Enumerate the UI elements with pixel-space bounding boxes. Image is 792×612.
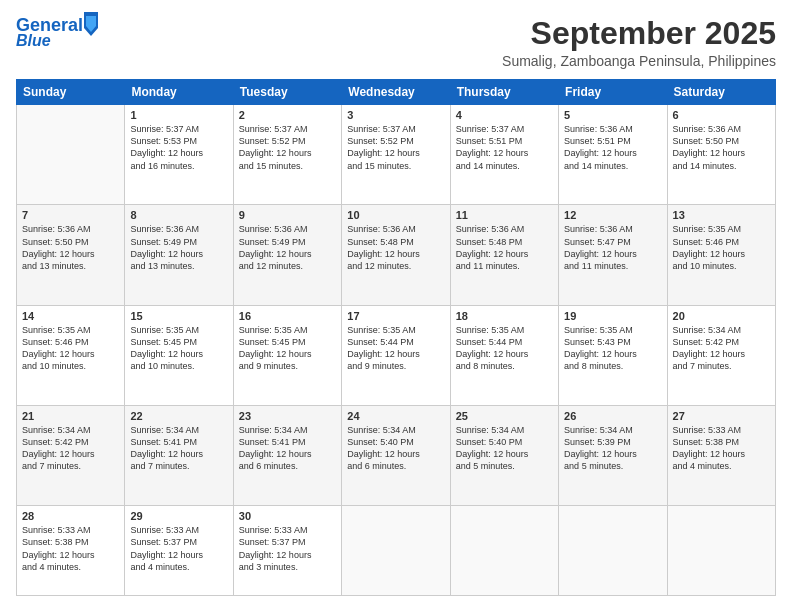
cell-content: Sunrise: 5:34 AM Sunset: 5:40 PM Dayligh…	[347, 424, 444, 473]
calendar-table: Sunday Monday Tuesday Wednesday Thursday…	[16, 79, 776, 596]
cell-content: Sunrise: 5:33 AM Sunset: 5:38 PM Dayligh…	[673, 424, 770, 473]
table-row	[342, 506, 450, 596]
table-row: 16Sunrise: 5:35 AM Sunset: 5:45 PM Dayli…	[233, 305, 341, 405]
day-number: 2	[239, 109, 336, 121]
table-row: 30Sunrise: 5:33 AM Sunset: 5:37 PM Dayli…	[233, 506, 341, 596]
logo-text-blue: Blue	[16, 32, 51, 50]
col-tuesday: Tuesday	[233, 80, 341, 105]
table-row: 20Sunrise: 5:34 AM Sunset: 5:42 PM Dayli…	[667, 305, 775, 405]
cell-content: Sunrise: 5:34 AM Sunset: 5:40 PM Dayligh…	[456, 424, 553, 473]
day-number: 28	[22, 510, 119, 522]
cell-content: Sunrise: 5:35 AM Sunset: 5:43 PM Dayligh…	[564, 324, 661, 373]
table-row: 18Sunrise: 5:35 AM Sunset: 5:44 PM Dayli…	[450, 305, 558, 405]
day-number: 1	[130, 109, 227, 121]
calendar-header-row: Sunday Monday Tuesday Wednesday Thursday…	[17, 80, 776, 105]
cell-content: Sunrise: 5:33 AM Sunset: 5:37 PM Dayligh…	[130, 524, 227, 573]
cell-content: Sunrise: 5:34 AM Sunset: 5:41 PM Dayligh…	[239, 424, 336, 473]
table-row: 17Sunrise: 5:35 AM Sunset: 5:44 PM Dayli…	[342, 305, 450, 405]
day-number: 29	[130, 510, 227, 522]
day-number: 8	[130, 209, 227, 221]
table-row: 19Sunrise: 5:35 AM Sunset: 5:43 PM Dayli…	[559, 305, 667, 405]
cell-content: Sunrise: 5:35 AM Sunset: 5:46 PM Dayligh…	[673, 223, 770, 272]
day-number: 7	[22, 209, 119, 221]
cell-content: Sunrise: 5:37 AM Sunset: 5:52 PM Dayligh…	[239, 123, 336, 172]
cell-content: Sunrise: 5:37 AM Sunset: 5:51 PM Dayligh…	[456, 123, 553, 172]
day-number: 10	[347, 209, 444, 221]
col-thursday: Thursday	[450, 80, 558, 105]
page: General Blue September 2025 Sumalig, Zam…	[0, 0, 792, 612]
day-number: 19	[564, 310, 661, 322]
cell-content: Sunrise: 5:35 AM Sunset: 5:44 PM Dayligh…	[456, 324, 553, 373]
table-row: 11Sunrise: 5:36 AM Sunset: 5:48 PM Dayli…	[450, 205, 558, 305]
table-row: 28Sunrise: 5:33 AM Sunset: 5:38 PM Dayli…	[17, 506, 125, 596]
day-number: 25	[456, 410, 553, 422]
cell-content: Sunrise: 5:34 AM Sunset: 5:39 PM Dayligh…	[564, 424, 661, 473]
table-row: 7Sunrise: 5:36 AM Sunset: 5:50 PM Daylig…	[17, 205, 125, 305]
logo-icon	[84, 12, 98, 36]
day-number: 14	[22, 310, 119, 322]
day-number: 17	[347, 310, 444, 322]
day-number: 18	[456, 310, 553, 322]
cell-content: Sunrise: 5:33 AM Sunset: 5:38 PM Dayligh…	[22, 524, 119, 573]
table-row: 25Sunrise: 5:34 AM Sunset: 5:40 PM Dayli…	[450, 405, 558, 505]
day-number: 26	[564, 410, 661, 422]
day-number: 3	[347, 109, 444, 121]
cell-content: Sunrise: 5:36 AM Sunset: 5:47 PM Dayligh…	[564, 223, 661, 272]
cell-content: Sunrise: 5:35 AM Sunset: 5:45 PM Dayligh…	[239, 324, 336, 373]
day-number: 12	[564, 209, 661, 221]
cell-content: Sunrise: 5:35 AM Sunset: 5:45 PM Dayligh…	[130, 324, 227, 373]
table-row: 12Sunrise: 5:36 AM Sunset: 5:47 PM Dayli…	[559, 205, 667, 305]
day-number: 30	[239, 510, 336, 522]
day-number: 9	[239, 209, 336, 221]
col-sunday: Sunday	[17, 80, 125, 105]
cell-content: Sunrise: 5:36 AM Sunset: 5:51 PM Dayligh…	[564, 123, 661, 172]
table-row: 26Sunrise: 5:34 AM Sunset: 5:39 PM Dayli…	[559, 405, 667, 505]
day-number: 20	[673, 310, 770, 322]
header: General Blue September 2025 Sumalig, Zam…	[16, 16, 776, 69]
table-row: 5Sunrise: 5:36 AM Sunset: 5:51 PM Daylig…	[559, 105, 667, 205]
table-row: 14Sunrise: 5:35 AM Sunset: 5:46 PM Dayli…	[17, 305, 125, 405]
table-row	[559, 506, 667, 596]
day-number: 5	[564, 109, 661, 121]
col-monday: Monday	[125, 80, 233, 105]
cell-content: Sunrise: 5:34 AM Sunset: 5:42 PM Dayligh…	[673, 324, 770, 373]
table-row: 29Sunrise: 5:33 AM Sunset: 5:37 PM Dayli…	[125, 506, 233, 596]
table-row: 8Sunrise: 5:36 AM Sunset: 5:49 PM Daylig…	[125, 205, 233, 305]
day-number: 15	[130, 310, 227, 322]
table-row: 9Sunrise: 5:36 AM Sunset: 5:49 PM Daylig…	[233, 205, 341, 305]
day-number: 6	[673, 109, 770, 121]
main-title: September 2025	[502, 16, 776, 51]
cell-content: Sunrise: 5:34 AM Sunset: 5:42 PM Dayligh…	[22, 424, 119, 473]
cell-content: Sunrise: 5:37 AM Sunset: 5:53 PM Dayligh…	[130, 123, 227, 172]
cell-content: Sunrise: 5:36 AM Sunset: 5:48 PM Dayligh…	[347, 223, 444, 272]
title-block: September 2025 Sumalig, Zamboanga Penins…	[502, 16, 776, 69]
day-number: 24	[347, 410, 444, 422]
cell-content: Sunrise: 5:35 AM Sunset: 5:44 PM Dayligh…	[347, 324, 444, 373]
table-row: 15Sunrise: 5:35 AM Sunset: 5:45 PM Dayli…	[125, 305, 233, 405]
subtitle: Sumalig, Zamboanga Peninsula, Philippine…	[502, 53, 776, 69]
table-row: 1Sunrise: 5:37 AM Sunset: 5:53 PM Daylig…	[125, 105, 233, 205]
table-row	[450, 506, 558, 596]
cell-content: Sunrise: 5:36 AM Sunset: 5:49 PM Dayligh…	[130, 223, 227, 272]
table-row: 3Sunrise: 5:37 AM Sunset: 5:52 PM Daylig…	[342, 105, 450, 205]
day-number: 4	[456, 109, 553, 121]
table-row	[667, 506, 775, 596]
table-row: 2Sunrise: 5:37 AM Sunset: 5:52 PM Daylig…	[233, 105, 341, 205]
day-number: 22	[130, 410, 227, 422]
day-number: 27	[673, 410, 770, 422]
cell-content: Sunrise: 5:36 AM Sunset: 5:48 PM Dayligh…	[456, 223, 553, 272]
cell-content: Sunrise: 5:37 AM Sunset: 5:52 PM Dayligh…	[347, 123, 444, 172]
cell-content: Sunrise: 5:35 AM Sunset: 5:46 PM Dayligh…	[22, 324, 119, 373]
day-number: 23	[239, 410, 336, 422]
table-row: 27Sunrise: 5:33 AM Sunset: 5:38 PM Dayli…	[667, 405, 775, 505]
table-row	[17, 105, 125, 205]
cell-content: Sunrise: 5:36 AM Sunset: 5:49 PM Dayligh…	[239, 223, 336, 272]
table-row: 4Sunrise: 5:37 AM Sunset: 5:51 PM Daylig…	[450, 105, 558, 205]
table-row: 10Sunrise: 5:36 AM Sunset: 5:48 PM Dayli…	[342, 205, 450, 305]
col-friday: Friday	[559, 80, 667, 105]
table-row: 21Sunrise: 5:34 AM Sunset: 5:42 PM Dayli…	[17, 405, 125, 505]
table-row: 6Sunrise: 5:36 AM Sunset: 5:50 PM Daylig…	[667, 105, 775, 205]
day-number: 16	[239, 310, 336, 322]
day-number: 21	[22, 410, 119, 422]
day-number: 11	[456, 209, 553, 221]
